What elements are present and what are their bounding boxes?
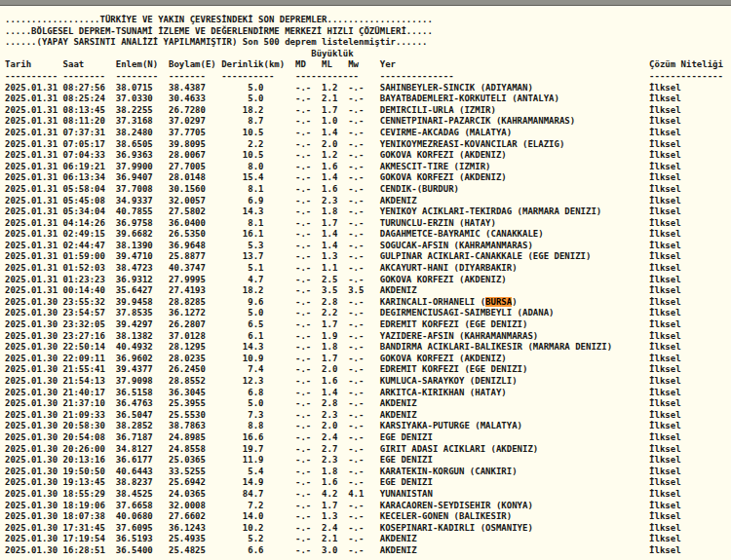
table-row: 2025.01.30 21:55:41 39.4377 26.2450 7.4 … — [5, 364, 731, 376]
table-row: 2025.01.31 05:34:04 40.7855 27.5802 14.3… — [5, 206, 731, 218]
table-row: 2025.01.30 23:32:05 39.4297 26.2807 6.5 … — [5, 319, 731, 331]
header-separator: ---------- -------- -------- ------- ---… — [5, 71, 731, 83]
table-row: 2025.01.31 07:05:17 38.6505 39.8095 2.2 … — [5, 139, 731, 151]
column-header-row: Tarih Saat Enlem(N) Boylam(E) Derinlik(k… — [5, 59, 731, 71]
table-row: 2025.01.31 06:19:21 37.9900 27.7005 8.0 … — [5, 162, 731, 173]
table-row: 2025.01.30 20:26:00 34.8127 24.8558 19.7… — [5, 444, 731, 456]
table-row: 2025.01.31 07:37:31 38.2480 37.7705 10.5… — [5, 128, 731, 139]
row-text: ) İlksel — [512, 297, 680, 307]
title-line-3: ......(YAPAY SARSINTI ANALİZİ YAPILMAMIŞ… — [5, 37, 731, 49]
table-row: 2025.01.30 20:58:30 38.2852 38.7863 8.8 … — [5, 421, 731, 432]
table-row: 2025.01.30 23:54:57 37.8535 36.1272 5.0 … — [5, 308, 731, 319]
table-row: 2025.01.31 00:14:40 35.6427 27.4193 18.2… — [5, 285, 731, 297]
table-row: 2025.01.31 05:58:04 37.7008 30.1560 8.1 … — [5, 184, 731, 196]
table-row: 2025.01.31 08:25:24 37.0330 30.4633 5.0 … — [5, 93, 731, 105]
table-row: 2025.01.30 18:07:38 40.0680 27.6602 14.0… — [5, 511, 731, 523]
magnitude-group-label: Büyüklük — [5, 49, 731, 60]
table-row: 2025.01.31 02:44:47 38.1390 36.9648 5.3 … — [5, 241, 731, 252]
earthquake-list: ..................TÜRKİYE VE YAKIN ÇEVRE… — [0, 6, 731, 557]
table-row: 2025.01.30 21:40:17 36.5158 36.3045 6.8 … — [5, 388, 731, 399]
table-row: 2025.01.31 06:13:34 36.9407 28.0148 15.4… — [5, 172, 731, 184]
row-text: 2025.01.30 23:55:32 39.9458 28.8285 9.6 … — [5, 297, 485, 307]
title-line-2: .....BÖLGESEL DEPREM-TSUNAMİ İZLEME VE D… — [5, 26, 731, 38]
table-row: 2025.01.30 22:09:11 36.9602 28.0235 10.9… — [5, 354, 731, 365]
find-highlight: BURSA — [485, 297, 512, 307]
table-row: 2025.01.31 07:04:33 36.9363 28.0067 10.5… — [5, 150, 731, 162]
title-line-1: ..................TÜRKİYE VE YAKIN ÇEVRE… — [5, 15, 731, 26]
table-row: 2025.01.31 05:45:08 34.9337 32.0057 6.9 … — [5, 196, 731, 207]
table-row: 2025.01.30 20:54:08 36.7187 24.8985 16.6… — [5, 432, 731, 444]
table-row: 2025.01.30 21:37:10 36.4763 25.3955 5.0 … — [5, 398, 731, 410]
table-row: 2025.01.30 19:50:50 40.6443 33.5255 5.4 … — [5, 467, 731, 478]
table-row: 2025.01.31 08:11:20 37.3168 37.0297 8.7 … — [5, 116, 731, 128]
table-row: 2025.01.31 02:49:15 39.6682 26.5350 16.1… — [5, 229, 731, 241]
table-row: 2025.01.30 16:28:51 36.5400 25.4825 6.6 … — [5, 545, 731, 557]
table-row: 2025.01.30 23:27:16 38.1382 37.0128 6.1 … — [5, 331, 731, 343]
table-row: 2025.01.30 17:31:45 37.6095 36.1243 10.2… — [5, 523, 731, 535]
table-row: 2025.01.30 20:13:16 36.6177 25.0365 11.9… — [5, 455, 731, 467]
table-row: 2025.01.30 21:09:33 36.5047 25.5530 7.3 … — [5, 410, 731, 422]
table-row: 2025.01.30 18:19:06 37.6658 32.0008 7.2 … — [5, 501, 731, 512]
table-row: 2025.01.30 21:54:13 37.9098 28.8552 12.3… — [5, 376, 731, 388]
table-row: 2025.01.30 23:55:32 39.9458 28.8285 9.6 … — [5, 297, 731, 309]
table-row: 2025.01.31 01:23:23 36.9312 27.9995 4.7 … — [5, 275, 731, 286]
table-row: 2025.01.30 22:50:14 40.4932 28.1295 14.3… — [5, 342, 731, 354]
table-row: 2025.01.31 01:59:00 39.4710 25.8877 13.7… — [5, 251, 731, 263]
table-row: 2025.01.31 04:14:26 36.9758 36.0400 8.1 … — [5, 218, 731, 230]
table-row: 2025.01.30 17:19:54 36.5193 25.4935 5.2 … — [5, 534, 731, 545]
table-row: 2025.01.31 08:13:45 38.2255 26.7280 18.2… — [5, 105, 731, 117]
table-row: 2025.01.31 01:52:03 38.4723 40.3747 5.1 … — [5, 263, 731, 275]
table-row: 2025.01.30 19:13:45 38.8237 25.6942 14.9… — [5, 477, 731, 489]
table-row: 2025.01.30 18:55:29 38.4525 24.0365 84.7… — [5, 489, 731, 501]
table-row: 2025.01.31 08:27:56 38.0715 38.4387 5.0 … — [5, 83, 731, 94]
